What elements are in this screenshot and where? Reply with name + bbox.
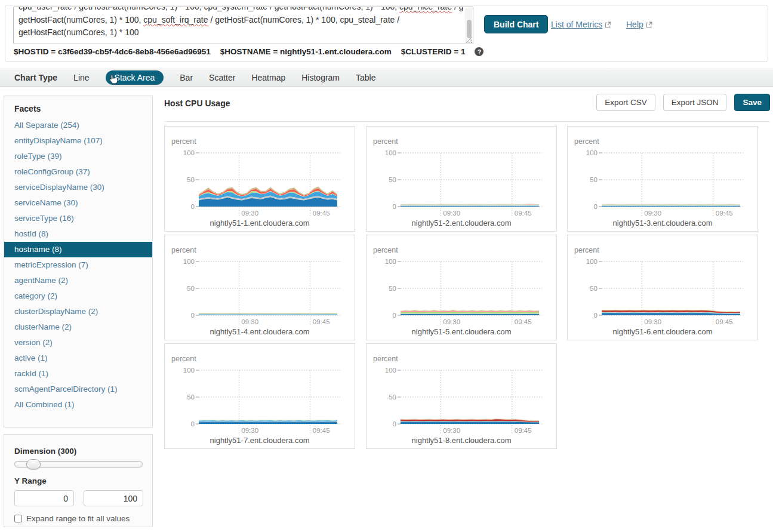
- x-tick-label: 09:30: [443, 427, 460, 434]
- dimension-label: Dimension (300): [14, 447, 143, 456]
- expand-range-checkbox[interactable]: [14, 515, 22, 522]
- x-tick-label: 09:30: [443, 318, 460, 325]
- facet-item[interactable]: scmAgentParcelDirectory (1): [4, 382, 152, 397]
- y-range-max-input[interactable]: [84, 490, 143, 506]
- tab-table[interactable]: Table: [356, 73, 375, 82]
- tab-line[interactable]: Line: [73, 73, 89, 82]
- y-tick-label: 50: [389, 285, 396, 292]
- facets-header: Facets: [14, 104, 152, 113]
- tab-stack-area[interactable]: Stack Area: [106, 70, 164, 85]
- help-question-icon[interactable]: ?: [475, 47, 483, 56]
- stacked-area-chart[interactable]: percent10050009:3009:45nightly51-8.ent.c…: [367, 344, 556, 448]
- chart-hostname-caption: nightly51-2.ent.cloudera.com: [412, 219, 512, 227]
- chart-hostname-caption: nightly51-4.ent.cloudera.com: [210, 327, 310, 336]
- facet-item[interactable]: hostname (8): [4, 242, 152, 257]
- chart-controls-panel: Dimension (300) Y Range Expand range to …: [4, 434, 153, 527]
- chart-hostname-caption: nightly51-8.ent.cloudera.com: [412, 436, 512, 445]
- stacked-area-chart[interactable]: percent10050009:3009:45nightly51-7.ent.c…: [165, 344, 355, 448]
- facet-item[interactable]: clusterName (2): [4, 319, 152, 335]
- facet-item[interactable]: roleConfigGroup (37): [4, 164, 152, 180]
- facet-item[interactable]: hostId (8): [4, 226, 152, 242]
- page-title: Host CPU Usage: [164, 99, 230, 108]
- tab-histogram[interactable]: Histogram: [301, 73, 340, 82]
- tab-scatter[interactable]: Scatter: [209, 73, 235, 82]
- y-tick-label: 100: [586, 258, 598, 265]
- x-tick-label: 09:45: [313, 427, 330, 434]
- save-button[interactable]: Save: [734, 94, 770, 111]
- help-link[interactable]: Help: [626, 20, 643, 29]
- y-tick-label: 50: [389, 176, 396, 183]
- chart-panel: percent10050009:3009:45nightly51-8.ent.c…: [366, 343, 557, 449]
- y-tick-label: 100: [183, 149, 195, 156]
- y-tick-label: 0: [594, 203, 598, 210]
- chart-builder-page: cpu_user_rate / getHostFact(numCores, 1)…: [0, 0, 773, 532]
- y-tick-label: 0: [393, 203, 396, 210]
- chart-type-bar: Chart Type LineStack AreaBarScatterHeatm…: [0, 69, 773, 87]
- header-buttons: Export CSV Export JSON Save: [596, 94, 770, 111]
- facet-item[interactable]: active (1): [4, 350, 152, 366]
- y-tick-label: 50: [187, 285, 195, 292]
- facet-item[interactable]: rackId (1): [4, 366, 152, 382]
- query-textarea[interactable]: cpu_user_rate / getHostFact(numCores, 1)…: [13, 7, 473, 44]
- y-tick-label: 0: [393, 312, 396, 319]
- y-tick-label: 100: [183, 367, 195, 374]
- scrollbar-thumb[interactable]: [467, 20, 472, 38]
- chart-hostname-caption: nightly51-5.ent.cloudera.com: [412, 327, 512, 336]
- stacked-area-chart[interactable]: percent10050009:3009:45nightly51-3.ent.c…: [568, 127, 757, 231]
- x-tick-label: 09:30: [241, 427, 258, 434]
- chart-hostname-caption: nightly51-3.ent.cloudera.com: [613, 219, 713, 227]
- chart-hostname-caption: nightly51-7.ent.cloudera.com: [210, 436, 310, 445]
- y-tick-label: 100: [385, 258, 396, 265]
- help-link-wrap: Help: [626, 20, 652, 29]
- facet-item[interactable]: serviceDisplayName (30): [4, 180, 152, 195]
- chart-panel: percent10050009:3009:45nightly51-5.ent.c…: [366, 235, 557, 340]
- facet-item[interactable]: version (2): [4, 335, 152, 350]
- tab-heatmap[interactable]: Heatmap: [251, 73, 285, 82]
- y-tick-label: 0: [191, 203, 195, 210]
- facet-item[interactable]: All Combined (1): [4, 397, 152, 413]
- chart-panel: percent10050009:3009:45nightly51-4.ent.c…: [164, 235, 355, 340]
- query-params: $HOSTID = c3f6ed39-cb5f-4dc6-8eb8-456e6a…: [14, 47, 483, 56]
- y-range-min-input[interactable]: [14, 490, 74, 506]
- facet-item[interactable]: clusterDisplayName (2): [4, 304, 152, 319]
- x-tick-label: 09:45: [716, 210, 733, 217]
- x-tick-label: 09:45: [515, 318, 532, 325]
- y-tick-label: 0: [191, 420, 195, 428]
- facet-item[interactable]: serviceType (16): [4, 211, 152, 226]
- query-param: $CLUSTERID = 1: [401, 47, 466, 56]
- facet-item[interactable]: roleType (39): [4, 149, 152, 164]
- stacked-area-chart[interactable]: percent10050009:3009:45nightly51-5.ent.c…: [367, 235, 556, 340]
- stacked-area-chart[interactable]: percent10050009:3009:45nightly51-1.ent.c…: [165, 127, 355, 231]
- stacked-area-chart[interactable]: percent10050009:3009:45nightly51-6.ent.c…: [568, 235, 757, 340]
- y-tick-label: 100: [586, 149, 598, 156]
- chart-y-axis-unit: percent: [171, 355, 196, 363]
- y-range-label: Y Range: [14, 476, 143, 485]
- dimension-slider-thumb[interactable]: [26, 459, 41, 469]
- facet-list: All Separate (254)entityDisplayName (107…: [4, 118, 152, 413]
- stacked-area-chart[interactable]: percent10050009:3009:45nightly51-2.ent.c…: [367, 127, 556, 231]
- chart-y-axis-unit: percent: [171, 246, 196, 254]
- facet-item[interactable]: entityDisplayName (107): [4, 133, 152, 149]
- tab-bar[interactable]: Bar: [180, 73, 193, 82]
- stacked-area-chart[interactable]: percent10050009:3009:45nightly51-4.ent.c…: [165, 235, 355, 340]
- list-of-metrics-link[interactable]: List of Metrics: [551, 20, 602, 29]
- y-tick-label: 100: [385, 367, 396, 374]
- y-tick-label: 50: [590, 285, 598, 292]
- build-chart-button[interactable]: Build Chart: [484, 15, 548, 33]
- export-csv-button[interactable]: Export CSV: [596, 94, 655, 111]
- facet-item[interactable]: agentName (2): [4, 273, 152, 288]
- y-tick-label: 50: [590, 176, 598, 183]
- query-param: $HOSTID = c3f6ed39-cb5f-4dc6-8eb8-456e6a…: [14, 47, 211, 56]
- facet-item[interactable]: category (2): [4, 288, 152, 304]
- x-tick-label: 09:30: [241, 210, 258, 217]
- facet-item[interactable]: All Separate (254): [4, 118, 152, 133]
- x-tick-label: 09:45: [515, 210, 532, 217]
- chart-y-axis-unit: percent: [373, 246, 398, 254]
- chart-type-tabs: LineStack AreaBarScatterHeatmapHistogram…: [73, 70, 375, 85]
- chart-panel: percent10050009:3009:45nightly51-2.ent.c…: [366, 126, 557, 232]
- facet-item[interactable]: metricExpression (7): [4, 257, 152, 273]
- dimension-slider[interactable]: [14, 461, 143, 468]
- external-link-icon: [605, 21, 611, 28]
- export-json-button[interactable]: Export JSON: [663, 94, 727, 111]
- facet-item[interactable]: serviceName (30): [4, 195, 152, 211]
